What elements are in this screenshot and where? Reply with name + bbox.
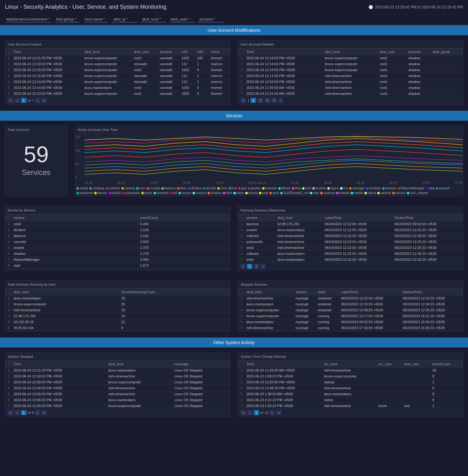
legend-dot: [336, 192, 339, 194]
table-row: 42023-06-24 12:15:03 PM +0530bruno-super…: [6, 73, 230, 79]
legend-item: umount: [392, 191, 406, 195]
col-dest-host: dest_host: [275, 215, 323, 221]
legend-dot: [397, 187, 400, 190]
col-service: service: [12, 215, 139, 221]
first-page-btn[interactable]: «: [8, 98, 13, 103]
legend-dot: [366, 187, 368, 190]
legend-item: SuSEfirewall2_init: [280, 191, 309, 195]
page-1-btn[interactable]: 1: [21, 410, 27, 415]
table-row: 52023-06-24 12:14:03 PM +0530bruno-super…: [6, 79, 230, 85]
legend-item: passwd: [436, 187, 450, 190]
filter-host-name[interactable]: host.name *: [83, 17, 108, 22]
page-1-btn[interactable]: 1: [247, 264, 252, 269]
table-row: 22023-06-24 12:19:03 PM +0530bruno-super…: [6, 61, 230, 67]
legend-item: dhclient: [188, 187, 202, 190]
prev-page-btn[interactable]: ‹: [15, 410, 20, 415]
stopped-services-title: Stopped Services: [238, 281, 463, 289]
system-stopped-pagination: « ‹ 1 of 9 › »: [5, 409, 230, 416]
total-services-panel: Total Services 59 Services: [5, 126, 67, 196]
last-page-btn[interactable]: »: [41, 98, 47, 103]
col-eventcount: eventCount: [138, 215, 230, 221]
filter-dest-user[interactable]: dest_user *: [169, 17, 194, 22]
page-3-btn[interactable]: 3: [265, 98, 270, 103]
col-service: service: [294, 289, 316, 295]
filter-host-group[interactable]: host.group *: [55, 17, 80, 22]
next-page-btn[interactable]: ›: [35, 98, 40, 103]
other-activity-header: Other System Activity: [0, 338, 468, 347]
table-row: 62023-06-23 3:21:23 PM +0530status9: [238, 397, 463, 403]
services-mid-grid: Events by Service service eventCount 1ss…: [0, 201, 468, 275]
other-activity-section: Other System Activity System Stopped Tim…: [0, 338, 468, 422]
legend-item: remotefs: [154, 191, 169, 195]
col-eventcount: eventCount: [431, 361, 463, 367]
col-home: home: [209, 49, 230, 55]
user-created-pagination: « ‹ 1 of 7 › »: [5, 97, 230, 104]
col-gid: GID: [195, 49, 209, 55]
legend-item: dmraid: [203, 187, 216, 190]
col-latest: LatestTime: [339, 289, 401, 295]
legend-item: slave: [233, 191, 244, 195]
prev-page-btn[interactable]: ‹: [15, 98, 20, 103]
prev-page-btn[interactable]: ‹: [241, 264, 246, 269]
filter-deployment[interactable]: deployment.environment *: [5, 17, 51, 22]
legend-dot: [109, 192, 111, 194]
legend-dot: [228, 187, 231, 190]
col-dest-host: dest_host: [12, 289, 119, 295]
running-services-table: service dest_host LatestTime EarliestTim…: [238, 214, 463, 263]
legend-item: goa: [238, 187, 246, 190]
filter-dest-ip[interactable]: dest_ip *: [112, 17, 137, 22]
last-page-btn[interactable]: »: [276, 410, 281, 415]
legend-item: session: [193, 191, 206, 195]
page-2-btn[interactable]: 2: [257, 98, 263, 103]
filter-dest-host[interactable]: dest_host *: [141, 17, 166, 22]
table-row: 6rishi-timemachinersyslogdrunning06/24/2…: [238, 325, 463, 331]
first-page-btn[interactable]: «: [241, 410, 246, 415]
col-time: Time: [12, 49, 83, 55]
page-1-btn[interactable]: 1: [251, 98, 256, 103]
legend-dot: [327, 187, 330, 190]
next-page-btn[interactable]: ›: [278, 98, 283, 103]
user-deleted-panel: User Account Deleted Time dest_host dest…: [238, 40, 463, 104]
legend-item: password: [76, 191, 93, 195]
page-2-btn[interactable]: 2: [254, 264, 259, 269]
table-row: 534.220.99.1921: [6, 319, 230, 325]
running-host-title: Total Services Running by Host: [5, 281, 230, 289]
page-4-btn[interactable]: 4: [271, 98, 277, 103]
legend-dot: [377, 192, 380, 194]
page-1-btn[interactable]: 1: [21, 98, 27, 103]
events-service-table: service eventCount 1sshd6,4922dhclient2,…: [5, 214, 230, 269]
first-page-btn[interactable]: «: [241, 98, 246, 103]
legend-dot: [233, 192, 236, 194]
table-row: 5smartd2,370: [6, 245, 230, 251]
legend-dot: [223, 192, 225, 194]
prev-page-btn[interactable]: ‹: [247, 410, 252, 415]
col-dest-host: dest_host: [323, 49, 378, 55]
legend-item: coldplug: [89, 187, 104, 190]
total-services-title: Total Services: [5, 126, 67, 134]
table-row: 52023-06-24 12:04:03 PM +0530rishi-timem…: [238, 79, 463, 85]
legend-dot: [217, 187, 220, 190]
legend-item: lvm: [340, 187, 348, 190]
running-services-panel: Running Services (Daemons) service dest_…: [238, 206, 463, 270]
legend-item: modules: [366, 187, 381, 190]
first-page-btn[interactable]: «: [8, 410, 13, 415]
page-1-btn[interactable]: 1: [254, 410, 259, 415]
user-account-section: User Account Modifications User Account …: [0, 25, 468, 109]
last-page-btn[interactable]: »: [41, 410, 47, 415]
table-row: 6shadow2,278: [6, 251, 230, 257]
next-page-btn[interactable]: ›: [261, 264, 266, 269]
running-by-host-panel: Total Services Running by Host dest_host…: [5, 280, 230, 331]
stopped-services-panel: Stopped Services dest_host service state…: [238, 280, 463, 331]
legend-item: collector: [105, 187, 120, 190]
user-account-header: User Account Modifications: [0, 25, 468, 35]
next-page-btn[interactable]: ›: [35, 410, 40, 415]
services-section: Services Total Services 59 Services Acti…: [0, 111, 468, 336]
legend-item: network: [382, 187, 396, 190]
legend-dot: [89, 187, 92, 190]
next-page-btn[interactable]: ›: [270, 410, 275, 415]
legend-dot: [105, 187, 108, 190]
legend-dot: [76, 192, 79, 194]
table-row: 1rishi-timemachinersyslogdrestarted06/24…: [238, 295, 463, 301]
legend-item: sdl: [170, 191, 177, 195]
filter-process[interactable]: process *: [198, 17, 223, 22]
